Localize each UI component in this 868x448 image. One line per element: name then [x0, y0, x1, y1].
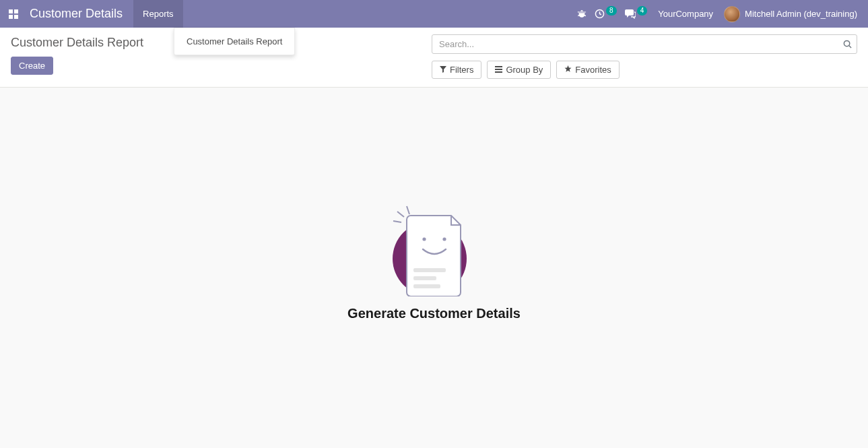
nav-left: Customer Details Reports: [0, 0, 183, 28]
control-panel: Customer Details Report Create Filters G…: [0, 28, 868, 88]
clock-icon: [595, 9, 605, 19]
app-title[interactable]: Customer Details: [27, 0, 133, 28]
nav-menu-reports[interactable]: Reports: [133, 0, 183, 28]
empty-title: Generate Customer Details: [347, 306, 521, 321]
apps-icon: [9, 9, 18, 19]
chat-icon: [625, 9, 636, 19]
filters-button[interactable]: Filters: [432, 61, 481, 79]
navbar: Customer Details Reports 8 4 YourCompany…: [0, 0, 868, 28]
user-name: Mitchell Admin (dev_training): [745, 9, 857, 19]
reports-dropdown: Customer Details Report: [174, 28, 295, 55]
svg-rect-16: [413, 268, 446, 272]
svg-rect-8: [495, 69, 502, 70]
activities-badge: 8: [606, 6, 617, 15]
search-tools: Filters Group By Favorites: [432, 61, 857, 79]
messages-button[interactable]: 4: [625, 9, 648, 19]
filter-icon: [440, 65, 446, 75]
svg-point-14: [422, 237, 426, 241]
svg-line-6: [848, 46, 850, 48]
group-by-button[interactable]: Group By: [487, 61, 551, 79]
company-switcher[interactable]: YourCompany: [655, 9, 716, 19]
empty-document-icon: [391, 202, 478, 296]
content: Generate Customer Details: [0, 88, 868, 321]
svg-line-13: [393, 221, 401, 222]
svg-line-11: [397, 212, 404, 217]
empty-illustration: [391, 202, 478, 296]
bug-icon: [577, 9, 587, 19]
avatar: [724, 6, 740, 22]
debug-button[interactable]: [577, 9, 587, 19]
group-icon: [495, 65, 502, 75]
filters-label: Filters: [450, 65, 473, 75]
search-icon: [843, 40, 852, 49]
search-button[interactable]: [837, 34, 857, 54]
favorites-button[interactable]: Favorites: [556, 61, 619, 79]
search-input[interactable]: [432, 34, 857, 54]
svg-rect-18: [413, 284, 440, 288]
svg-point-15: [442, 237, 446, 241]
svg-rect-7: [495, 66, 502, 67]
favorites-label: Favorites: [575, 65, 611, 75]
nav-right: 8 4 YourCompany Mitchell Admin (dev_trai…: [577, 0, 868, 28]
search-wrap: [432, 34, 857, 54]
svg-rect-3: [14, 15, 18, 19]
svg-rect-2: [9, 15, 13, 19]
group-by-label: Group By: [506, 65, 543, 75]
svg-rect-17: [413, 276, 436, 280]
svg-rect-0: [9, 9, 13, 13]
control-panel-right: Filters Group By Favorites: [432, 34, 857, 79]
activities-button[interactable]: 8: [595, 9, 617, 19]
create-button[interactable]: Create: [11, 57, 53, 75]
svg-line-12: [407, 206, 409, 214]
messages-badge: 4: [637, 6, 648, 15]
star-icon: [564, 65, 572, 75]
dropdown-item-customer-details-report[interactable]: Customer Details Report: [174, 31, 294, 52]
svg-rect-1: [14, 9, 18, 13]
user-menu[interactable]: Mitchell Admin (dev_training): [724, 6, 857, 22]
apps-menu-button[interactable]: [0, 0, 27, 28]
svg-point-5: [844, 40, 849, 46]
svg-rect-9: [495, 71, 502, 73]
